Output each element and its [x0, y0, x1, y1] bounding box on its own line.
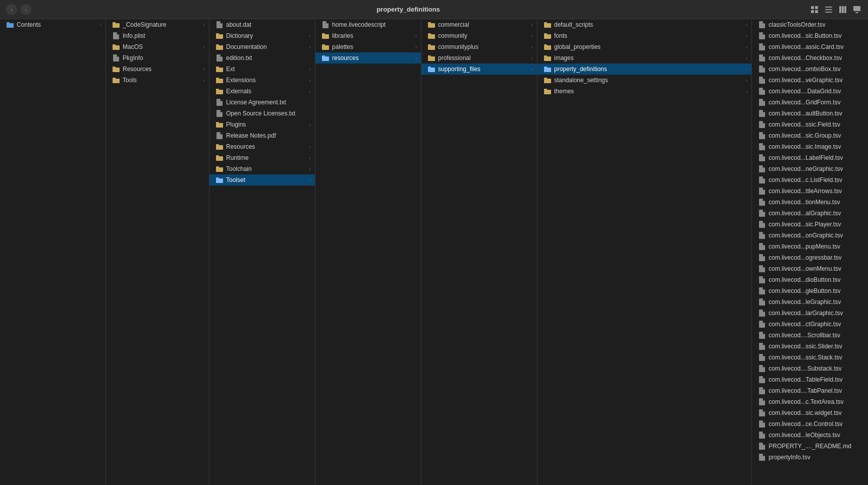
list-item[interactable]: com.livecod...ssic.Slider.tsv [752, 341, 868, 352]
list-item[interactable]: professional › [421, 52, 537, 64]
svg-rect-3 [815, 10, 818, 13]
list-item[interactable]: propertyInfo.tsv [752, 452, 868, 463]
svg-rect-0 [811, 6, 814, 9]
list-item[interactable]: com.livecod...Checkbox.tsv [752, 52, 868, 64]
list-item[interactable]: fonts › [537, 30, 751, 41]
list-item[interactable]: Plugins › [209, 119, 315, 130]
list-item[interactable]: commercial › [421, 19, 537, 30]
list-item[interactable]: com.livecod...ogressbar.tsv [752, 252, 868, 263]
columns-view-icon[interactable] [838, 5, 848, 15]
list-item[interactable]: standalone_settings › [537, 75, 751, 86]
list-item[interactable]: palettes › [315, 41, 421, 52]
list-item[interactable]: Documentation › [209, 41, 315, 52]
supporting-files-folder[interactable]: supporting_files › [421, 64, 537, 75]
list-item[interactable]: Open Source Licenses.txt [209, 108, 315, 119]
list-item[interactable]: Runtime › [209, 152, 315, 163]
svg-rect-6 [825, 12, 832, 13]
list-item[interactable]: com.livecod...neGraphic.tsv [752, 163, 868, 174]
gallery-view-icon[interactable] [852, 5, 862, 15]
list-item[interactable]: com.livecod....DataGrid.tsv [752, 86, 868, 97]
list-item[interactable]: com.livecod...TableField.tsv [752, 374, 868, 385]
list-item[interactable]: com.livecod...ownMenu.tsv [752, 263, 868, 274]
list-item[interactable]: com.livecod...ttleArrows.tsv [752, 186, 868, 197]
list-item[interactable]: com.livecod...c.TextArea.tsv [752, 396, 868, 407]
list-item[interactable]: com.livecod...leObjects.tsv [752, 430, 868, 441]
main-window: ‹ › property_definitions [0, 0, 868, 485]
list-item[interactable]: PkgInfo [106, 52, 209, 64]
svg-rect-4 [825, 7, 832, 8]
list-item[interactable]: images › [537, 52, 751, 64]
list-item[interactable]: com.livecod...sic.Button.tsv [752, 30, 868, 41]
list-item[interactable]: home.livecodescript [315, 19, 421, 30]
back-button[interactable]: ‹ [6, 4, 17, 15]
list-item[interactable]: community › [421, 30, 537, 41]
list-item[interactable]: classicToolsOrder.tsv [752, 19, 868, 30]
list-item[interactable]: Tools › [106, 75, 209, 86]
list-item[interactable]: com.livecod....TabPanel.tsv [752, 385, 868, 396]
list-item[interactable]: com.livecod....Scrollbar.tsv [752, 330, 868, 341]
column-5: commercial › community › communityplus ›… [421, 19, 537, 485]
list-item[interactable]: PROPERTY_...._README.md [752, 441, 868, 452]
list-item[interactable]: Ext › [209, 64, 315, 75]
list-item[interactable]: Info.plist [106, 30, 209, 41]
list-item[interactable]: Extensions › [209, 75, 315, 86]
list-item[interactable]: com.livecod...gleButton.tsv [752, 285, 868, 296]
list-item[interactable]: com.livecod...sic.Player.tsv [752, 219, 868, 230]
list-item[interactable]: com.livecod...alGraphic.tsv [752, 208, 868, 219]
list-item[interactable]: com.livecod...GridForm.tsv [752, 97, 868, 108]
grid-view-icon[interactable] [809, 5, 820, 15]
svg-rect-5 [825, 9, 832, 10]
resources-folder[interactable]: resources › [315, 52, 421, 64]
svg-rect-10 [853, 6, 860, 11]
svg-rect-1 [815, 6, 818, 9]
column-1: Contents › [0, 19, 106, 485]
list-item[interactable]: com.livecod...veGraphic.tsv [752, 75, 868, 86]
list-item[interactable]: com.livecod...ssic.Field.tsv [752, 119, 868, 130]
list-view-icon[interactable] [824, 5, 834, 15]
list-item[interactable]: Release Notes.pdf [209, 130, 315, 141]
list-item[interactable]: MacOS › [106, 41, 209, 52]
list-item[interactable]: themes › [537, 86, 751, 97]
list-item[interactable]: com.livecod...sic.Image.tsv [752, 141, 868, 152]
list-item[interactable]: com.livecod...ce.Control.tsv [752, 418, 868, 430]
list-item[interactable]: com.livecod...c.ListField.tsv [752, 174, 868, 186]
list-item[interactable]: com.livecod...sic.widget.tsv [752, 407, 868, 418]
list-item[interactable]: com.livecod...sic.Group.tsv [752, 130, 868, 141]
list-item[interactable]: default_scripts › [537, 19, 751, 30]
list-item[interactable]: com.livecod...onGraphic.tsv [752, 230, 868, 241]
list-item[interactable]: com.livecod...leGraphic.tsv [752, 296, 868, 308]
list-item[interactable]: com.livecod...ctGraphic.tsv [752, 319, 868, 330]
list-item[interactable]: Resources › [209, 141, 315, 152]
column-4: home.livecodescript libraries › palettes… [315, 19, 421, 485]
list-item[interactable]: com.livecod...assic.Card.tsv [752, 41, 868, 52]
titlebar: ‹ › property_definitions [0, 0, 868, 19]
list-item[interactable]: Dictionary › [209, 30, 315, 41]
list-item[interactable]: Externals › [209, 86, 315, 97]
list-item[interactable]: communityplus › [421, 41, 537, 52]
list-item[interactable]: com.livecod...LabelField.tsv [752, 152, 868, 163]
list-item[interactable]: about.dat [209, 19, 315, 30]
list-item[interactable]: com.livecod...pupMenu.tsv [752, 241, 868, 252]
property-definitions-folder[interactable]: property_definitions › [537, 64, 751, 75]
list-item[interactable]: com.livecod...aultButton.tsv [752, 108, 868, 119]
list-item[interactable]: com.livecod...omboBox.tsv [752, 64, 868, 75]
list-item[interactable]: com.livecod...dioButton.tsv [752, 274, 868, 285]
column-3: about.dat Dictionary › Documentation › e… [209, 19, 315, 485]
forward-button[interactable]: › [20, 4, 31, 15]
list-item[interactable]: com.livecod...larGraphic.tsv [752, 308, 868, 319]
list-item[interactable]: global_properties › [537, 41, 751, 52]
svg-rect-11 [855, 12, 858, 13]
column-7: classicToolsOrder.tsv com.livecod...sic.… [752, 19, 868, 485]
list-item[interactable]: edition.txt [209, 52, 315, 64]
list-item[interactable]: com.livecod...tionMenu.tsv [752, 197, 868, 208]
list-item[interactable]: com.livecod....Substack.tsv [752, 363, 868, 374]
view-controls [809, 5, 862, 15]
toolset-folder[interactable]: Toolset › [209, 174, 315, 186]
list-item[interactable]: com.livecod...ssic.Stack.tsv [752, 352, 868, 363]
contents-folder[interactable]: Contents › [0, 19, 105, 30]
list-item[interactable]: License Agreement.txt [209, 97, 315, 108]
list-item[interactable]: libraries › [315, 30, 421, 41]
list-item[interactable]: _CodeSignature › [106, 19, 209, 30]
list-item[interactable]: Resources › [106, 64, 209, 75]
list-item[interactable]: Toolchain › [209, 163, 315, 174]
